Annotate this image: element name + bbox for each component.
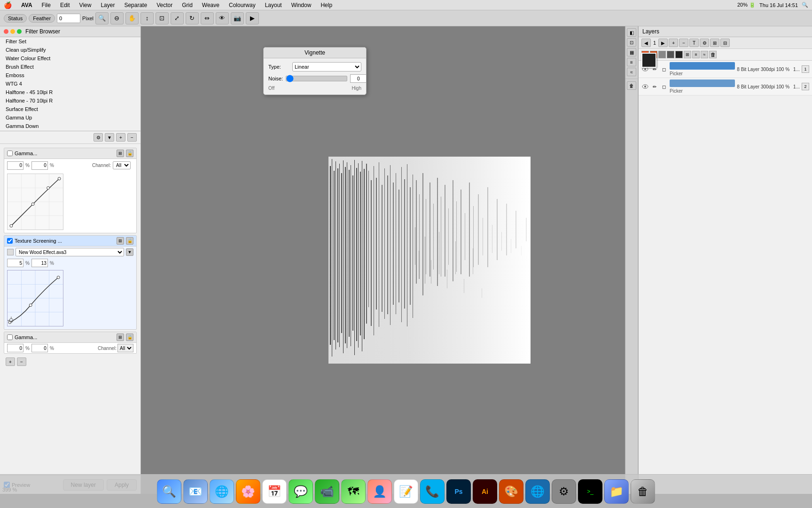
layer2-edit-btn[interactable]: ✏ [651, 83, 658, 90]
search-icon[interactable]: 🔍 [802, 2, 808, 8]
pan-btn[interactable]: ✋ [125, 12, 139, 24]
menu-file[interactable]: File [40, 1, 53, 9]
menu-colourway[interactable]: Colourway [227, 1, 258, 9]
swatch-list-view[interactable]: ≡ [692, 51, 700, 58]
layers-remove-btn[interactable]: − [679, 39, 688, 47]
swatch-3[interactable] [658, 51, 666, 58]
gamma-val1-input[interactable] [7, 161, 23, 170]
dock-adobe-ai[interactable]: Ai [473, 479, 497, 504]
dropdown-btn[interactable]: ▼ [105, 133, 114, 142]
filter-item-halftone70[interactable]: Halftone - 70 10lpi R [0, 96, 141, 105]
tool-btn-5[interactable]: ≈ [627, 68, 636, 76]
layer-row-1[interactable]: ✏ ◻ Picker 8 Bit Layer 300dpi 100 % 1...… [639, 61, 812, 78]
texture-lock-btn[interactable]: 🔒 [126, 237, 133, 245]
channel-select[interactable]: All [113, 161, 131, 169]
menu-edit[interactable]: Edit [58, 1, 72, 9]
layers-nav-next[interactable]: ▶ [658, 39, 668, 47]
layer2-mask-btn[interactable]: ◻ [660, 83, 668, 90]
gamma2-lock-btn[interactable]: 🔒 [126, 333, 133, 341]
play-btn[interactable]: ▶ [246, 12, 259, 24]
menu-weave[interactable]: Weave [200, 1, 221, 9]
layers-nav-prev[interactable]: ◀ [641, 39, 651, 47]
dock-safari[interactable]: 🌐 [210, 479, 234, 504]
dock-ava[interactable]: 🎨 [499, 479, 523, 504]
tool-btn-4[interactable]: ≡ [627, 58, 636, 66]
dock-facetime[interactable]: 📹 [315, 479, 339, 504]
transform-btn[interactable]: ⤢ [171, 12, 184, 24]
dock-finder[interactable]: 🔍 [157, 479, 181, 504]
dock-folder[interactable]: 📁 [604, 479, 629, 504]
maximize-window-btn[interactable] [17, 29, 22, 34]
move-btn[interactable]: ↕ [141, 12, 154, 24]
gamma2-val2-input[interactable] [31, 344, 48, 352]
gamma2-channel-select[interactable]: All [117, 344, 133, 352]
layers-grid-btn[interactable]: ⊞ [710, 39, 719, 47]
dock-mail[interactable]: 📧 [183, 479, 208, 504]
close-window-btn[interactable] [4, 29, 8, 34]
filter-item-halftone45[interactable]: Halftone - 45 10lpi R [0, 88, 141, 96]
menu-window[interactable]: Window [289, 1, 313, 9]
layer2-visibility-btn[interactable] [641, 83, 649, 90]
dock-adobe-ps[interactable]: Ps [446, 479, 471, 504]
vignette-noise-input[interactable] [350, 74, 367, 83]
texture-enable-checkbox[interactable] [7, 238, 13, 244]
view-btn[interactable]: 👁 [216, 12, 229, 24]
menu-grid[interactable]: Grid [180, 1, 195, 9]
flip-btn[interactable]: ⇔ [201, 12, 214, 24]
foreground-color-chip[interactable] [641, 53, 656, 68]
filter-item-gammaup[interactable]: Gamma Up [0, 113, 141, 122]
dock-skype[interactable]: 📞 [420, 479, 445, 504]
menu-separate[interactable]: Separate [122, 1, 149, 9]
texture-val2-input[interactable] [31, 259, 48, 267]
menu-layout[interactable]: Layout [263, 1, 284, 9]
dock-contacts[interactable]: 👤 [367, 479, 392, 504]
swatch-4[interactable] [667, 51, 674, 58]
rotate-btn[interactable]: ↻ [186, 12, 199, 24]
layers-collapse-btn[interactable]: ⊟ [720, 39, 730, 47]
remove-filter-btn[interactable]: − [127, 133, 137, 142]
gamma-lock-btn[interactable]: 🔒 [126, 150, 133, 157]
dock-reminders[interactable]: 📝 [394, 479, 418, 504]
texture-settings-btn[interactable]: ⊞ [117, 237, 124, 245]
tool-btn-1[interactable]: ◧ [627, 28, 636, 37]
filter-item-brusheffect[interactable]: Brush Effect [0, 63, 141, 71]
swatch-delete-btn[interactable]: 🗑 [709, 51, 717, 58]
filter-item-cleanup[interactable]: Clean up/Simplify [0, 46, 141, 54]
filter-item-wtg4[interactable]: WTG 4 [0, 79, 141, 88]
filter-item-watercolour[interactable]: Water Colour Effect [0, 54, 141, 63]
menu-layer[interactable]: Layer [99, 1, 117, 9]
gamma-settings-btn[interactable]: ⊞ [117, 150, 124, 157]
tool-btn-3[interactable]: ▦ [627, 48, 636, 56]
filter-item-gammadown[interactable]: Gamma Down [0, 122, 141, 130]
swatch-5[interactable] [675, 51, 683, 58]
gamma-val2-input[interactable] [31, 161, 48, 170]
layer-row-2[interactable]: ✏ ◻ Picker 8 Bit Layer 300dpi 100 % 1...… [639, 78, 812, 95]
layer1-mask-btn[interactable]: ◻ [660, 65, 668, 73]
tool-btn-6[interactable]: 🗑 [627, 81, 636, 90]
layers-add-btn[interactable]: + [669, 39, 678, 47]
select-btn[interactable]: ⊡ [156, 12, 169, 24]
gamma2-enable-checkbox[interactable] [7, 334, 13, 340]
menu-help[interactable]: Help [319, 1, 334, 9]
filter-item-filterset[interactable]: Filter Set [0, 37, 141, 46]
menu-view[interactable]: View [78, 1, 94, 9]
dock-maps[interactable]: 🗺 [341, 479, 366, 504]
minimize-window-btn[interactable] [10, 29, 15, 34]
camera-btn[interactable]: 📷 [231, 12, 244, 24]
vignette-noise-slider[interactable] [286, 76, 347, 81]
zoom-out-btn[interactable]: ⊖ [110, 12, 124, 24]
settings-btn[interactable]: ⚙ [94, 133, 103, 142]
gamma2-val1-input[interactable] [7, 344, 23, 352]
tool-btn-2[interactable]: ⊡ [627, 38, 636, 47]
menu-vector[interactable]: Vector [155, 1, 174, 9]
dock-browser[interactable]: 🌐 [525, 479, 550, 504]
swatch-extra-view[interactable]: ≈ [701, 51, 708, 58]
gamma2-settings-btn[interactable]: ⊞ [117, 333, 124, 341]
dock-calendar[interactable]: 📅 [262, 479, 287, 504]
texture-val1-input[interactable] [7, 259, 23, 267]
dock-trash[interactable]: 🗑 [631, 479, 655, 504]
filter-item-surface1[interactable]: Surface Effect [0, 105, 141, 113]
remove-section-btn[interactable]: − [17, 357, 26, 366]
size-input[interactable] [57, 14, 80, 23]
layers-settings-btn[interactable]: ⚙ [700, 39, 709, 47]
